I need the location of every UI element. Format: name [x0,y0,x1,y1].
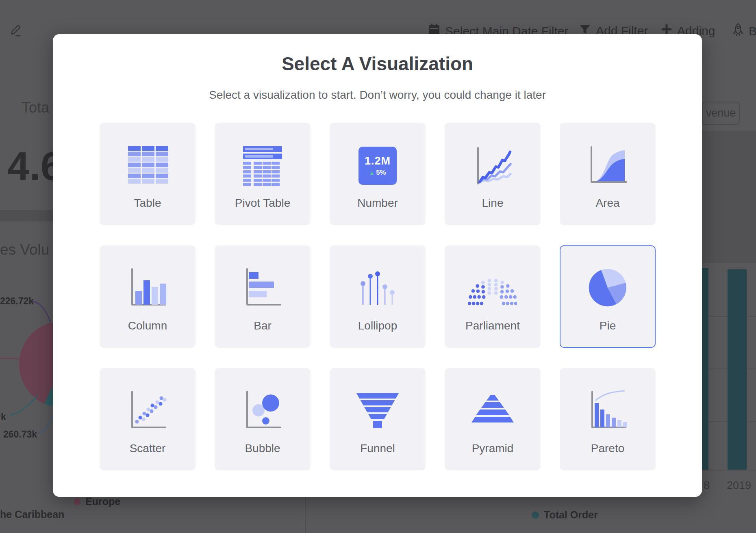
modal-subtitle: Select a visualization to start. Don’t w… [53,89,702,102]
viz-tile-label: Funnel [330,442,425,455]
viz-tile-pie[interactable]: Pie [560,245,656,348]
select-visualization-modal: Select A Visualization Select a visualiz… [53,34,702,497]
viz-tile-label: Lollipop [330,319,425,332]
viz-tile-label: Pivot Table [215,197,310,210]
viz-tile-funnel[interactable]: Funnel [330,368,426,470]
viz-tile-column[interactable]: Column [100,245,196,348]
viz-tile-label: Pie [560,319,655,332]
viz-tile-scatter[interactable]: Scatter [100,368,196,470]
viz-tile-bar[interactable]: Bar [215,245,311,348]
scatter-chart-icon [123,387,172,436]
viz-tile-label: Bar [215,319,310,332]
viz-tile-label: Column [100,319,195,332]
viz-tile-bubble[interactable]: Bubble [215,368,311,470]
viz-tile-label: Table [100,197,195,210]
parliament-chart-icon [468,264,517,313]
viz-tile-number[interactable]: 1.2M▲5%Number [330,123,426,225]
viz-tile-label: Scatter [100,442,195,455]
delta-up-icon: ▲ [369,170,374,176]
lollipop-chart-icon [353,264,402,313]
viz-tile-pareto[interactable]: Pareto [560,368,656,470]
line-chart-icon [468,141,517,190]
visualization-grid: TablePivot Table1.2M▲5%NumberLineAreaCol… [100,123,656,470]
pivot-chart-icon [238,141,287,190]
bar-chart-icon [238,264,287,313]
viz-tile-pivot-table[interactable]: Pivot Table [215,123,311,225]
pyramid-chart-icon [468,387,517,436]
viz-tile-label: Pareto [560,442,655,455]
number-chart-icon: 1.2M▲5% [353,141,402,190]
table-chart-icon [123,141,172,190]
viz-tile-label: Number [330,197,425,210]
screen: Select Main Date Filter Add Filter Addin… [0,0,756,533]
number-preview-card: 1.2M▲5% [358,147,397,185]
pie-chart-icon [583,264,632,313]
viz-tile-label: Line [445,197,540,210]
viz-tile-label: Pyramid [445,442,540,455]
viz-tile-parliament[interactable]: Parliament [445,245,541,348]
pareto-chart-icon [583,387,632,436]
viz-tile-area[interactable]: Area [560,123,656,225]
viz-tile-line[interactable]: Line [445,123,541,225]
viz-tile-label: Bubble [215,442,310,455]
viz-tile-label: Area [560,197,655,210]
viz-tile-lollipop[interactable]: Lollipop [330,245,426,348]
column-chart-icon [123,264,172,313]
modal-title: Select A Visualization [53,53,702,75]
bubble-chart-icon [238,387,287,436]
viz-tile-pyramid[interactable]: Pyramid [445,368,541,470]
viz-tile-label: Parliament [445,319,540,332]
viz-tile-table[interactable]: Table [100,123,196,225]
area-chart-icon [583,141,632,190]
funnel-chart-icon [353,387,402,436]
